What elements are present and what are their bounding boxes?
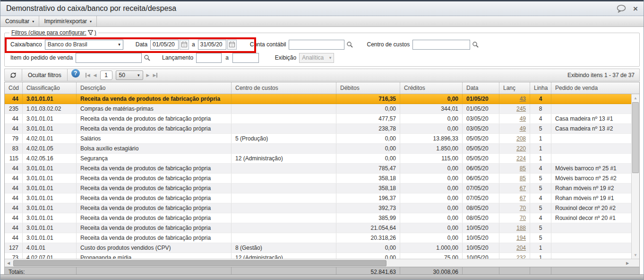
search-icon[interactable] (346, 41, 353, 48)
column-header-pedido_venda[interactable]: Pedido de venda (551, 82, 639, 94)
lanc-link[interactable]: 204 (516, 245, 526, 251)
horizontal-scroll-thumb[interactable] (13, 260, 386, 266)
vertical-scrollbar[interactable]: ▲ ▼ (631, 94, 639, 259)
cell-linha: 1 (530, 253, 551, 259)
cell-cod: 44 (5, 114, 23, 123)
page-size-select[interactable]: 50 ▾ (116, 70, 143, 80)
cell-data: 05/05/20 (463, 134, 499, 143)
cell-classificacao: 3.01.01.01 (23, 94, 77, 104)
cell-data: 03/05/20 (463, 124, 499, 133)
lanc-link[interactable]: 232 (516, 254, 526, 259)
cell-centro_custos (232, 193, 336, 203)
cell-linha: 4 (530, 213, 551, 223)
lanc-link[interactable]: 220 (516, 145, 526, 152)
cell-data: 03/05/20 (463, 114, 499, 123)
lanc-link[interactable]: 49 (520, 125, 526, 132)
column-header-descricao[interactable]: Descrição (77, 82, 232, 94)
lanc-link[interactable]: 43 (520, 96, 526, 102)
scroll-down-icon[interactable]: ▼ (632, 251, 639, 259)
search-icon[interactable] (472, 41, 479, 48)
cell-debitos: 20.318,26 (336, 233, 400, 243)
menu-consultar[interactable]: Consultar ▾ (0, 16, 39, 26)
cell-descricao: Receita da venda de produtos de fabricaç… (77, 223, 232, 233)
caixa-banco-select[interactable]: Banco do Brasil ▾ (45, 40, 123, 50)
last-page-icon[interactable]: ▶ (153, 73, 157, 78)
cell-pedido_venda (551, 233, 631, 243)
search-icon[interactable] (144, 54, 151, 61)
prev-page-icon[interactable]: ◀ (94, 73, 97, 78)
lanc-link[interactable]: 85 (520, 165, 526, 172)
table-row[interactable]: 443.01.01.01Receita da venda de produtos… (5, 213, 631, 223)
table-row[interactable]: 443.01.01.01Receita da venda de produtos… (5, 114, 631, 124)
table-row[interactable]: 443.01.01.01Receita da venda de produtos… (5, 94, 631, 104)
cell-cod: 83 (5, 144, 23, 153)
first-page-icon[interactable]: ◀ (86, 73, 90, 78)
horizontal-scrollbar[interactable]: ◀ ▶ (5, 259, 639, 267)
close-icon[interactable]: × (633, 5, 638, 13)
table-row[interactable]: 443.01.01.01Receita da venda de produtos… (5, 193, 631, 203)
cell-debitos: 0,00 (336, 253, 400, 259)
column-header-cod[interactable]: Cód (5, 82, 23, 94)
lanc-link[interactable]: 245 (516, 105, 526, 112)
table-row[interactable]: 794.02.01.01Salários5 (Produção)0,0013.8… (5, 134, 631, 144)
item-pedido-input[interactable] (76, 53, 142, 63)
page-number-box[interactable]: 1 (100, 70, 112, 80)
vertical-scroll-thumb[interactable] (632, 102, 639, 173)
help-icon[interactable]: ? (71, 69, 80, 78)
lanc-link[interactable]: 194 (516, 235, 526, 241)
column-header-centro_custos[interactable]: Centro de custos (232, 82, 336, 94)
next-page-icon[interactable]: ▶ (146, 73, 150, 78)
lanc-link[interactable]: 188 (516, 225, 526, 231)
lanc-link[interactable]: 70 (520, 205, 526, 211)
cell-pedido_venda: Casa madeira nº 13 #1 (551, 114, 631, 123)
ocultar-filtros-button[interactable]: Ocultar filtros (22, 69, 68, 81)
lancamento-to-input[interactable] (232, 53, 259, 63)
lanc-link[interactable]: 67 (520, 185, 526, 192)
comment-bubble-icon[interactable] (616, 4, 627, 13)
table-row[interactable]: 443.01.01.01Receita da venda de produtos… (5, 124, 631, 134)
column-header-data[interactable]: Data (463, 82, 499, 94)
cell-creditos: 75,00 (400, 253, 463, 259)
lancamento-from-input[interactable] (196, 53, 222, 63)
lanc-link[interactable]: 208 (516, 135, 526, 142)
calendar-icon[interactable] (227, 40, 237, 50)
cell-cod: 235 (5, 104, 23, 114)
lanc-link[interactable]: 67 (520, 195, 526, 201)
table-row[interactable]: 734.02.07.01Propaganda e mídia12 (Admini… (5, 253, 631, 259)
table-row[interactable]: 443.01.01.01Receita da venda de produtos… (5, 233, 631, 243)
table-row[interactable]: 443.01.01.01Receita da venda de produtos… (5, 174, 631, 184)
column-header-debitos[interactable]: Débitos (336, 82, 400, 94)
table-row[interactable]: 443.01.01.01Receita da venda de produtos… (5, 203, 631, 213)
table-row[interactable]: 443.01.01.01Receita da venda de produtos… (5, 184, 631, 193)
data-to-input[interactable] (198, 40, 226, 50)
conta-contabil-input[interactable] (289, 40, 344, 50)
cell-lanc: 49 (499, 114, 530, 123)
scroll-left-icon[interactable]: ◀ (5, 259, 12, 267)
lanc-link[interactable]: 70 (520, 215, 526, 221)
cell-descricao: Receita da venda de produtos de fabricaç… (77, 124, 232, 133)
table-row[interactable]: 1274.01.01Custo dos produtos vendidos (C… (5, 243, 631, 253)
column-header-creditos[interactable]: Créditos (400, 82, 463, 94)
scroll-up-icon[interactable]: ▲ (632, 94, 639, 102)
cell-cod: 44 (5, 213, 23, 223)
refresh-button[interactable] (5, 69, 22, 81)
menu-imprimir-exportar[interactable]: Imprimir/exportar ▾ (39, 16, 97, 26)
scroll-right-icon[interactable]: ▶ (624, 261, 631, 265)
cell-lanc: 43 (499, 94, 530, 104)
lanc-link[interactable]: 85 (520, 175, 526, 182)
table-row[interactable]: 834.02.01.05Bolsa auxílio estagiário0,00… (5, 144, 631, 154)
cell-cod: 44 (5, 124, 23, 133)
centro-custos-input[interactable] (412, 40, 470, 50)
filters-legend[interactable]: Filtros (clique para configurar: ) (9, 29, 98, 36)
table-row[interactable]: 1154.02.05.16Segurança12 (Administração)… (5, 154, 631, 164)
column-header-linha[interactable]: Linha (530, 82, 551, 94)
column-header-classificacao[interactable]: Classificação (23, 82, 77, 94)
lanc-link[interactable]: 49 (520, 115, 526, 122)
table-row[interactable]: 2351.01.03.02.02Compras de matérias-prim… (5, 104, 631, 114)
table-row[interactable]: 443.01.01.01Receita da venda de produtos… (5, 164, 631, 174)
table-row[interactable]: 443.01.01.01Receita da venda de produtos… (5, 223, 631, 233)
calendar-icon[interactable] (180, 40, 189, 50)
lanc-link[interactable]: 224 (516, 155, 526, 162)
data-from-input[interactable] (150, 40, 179, 50)
column-header-lanc[interactable]: Lanç (499, 82, 530, 94)
